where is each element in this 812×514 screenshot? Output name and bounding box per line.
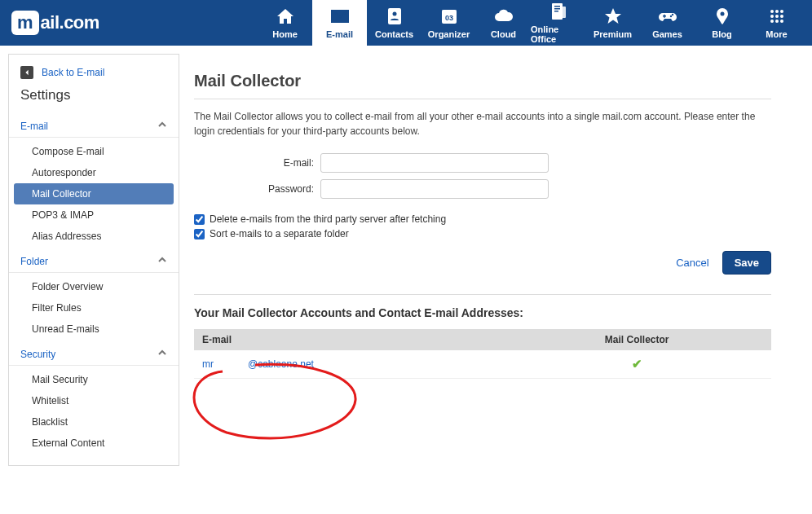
svg-text:03: 03 <box>444 14 452 22</box>
delete-emails-checkbox-row[interactable]: Delete e-mails from the third party serv… <box>194 213 771 225</box>
account-status-check-icon: ✔ <box>510 357 763 371</box>
svg-point-11 <box>669 15 671 17</box>
nav-online-office[interactable]: Online Office <box>531 0 585 46</box>
sidebar-item-mail-security[interactable]: Mail Security <box>9 369 179 390</box>
chevron-up-icon <box>157 255 167 267</box>
nav-home[interactable]: Home <box>258 0 312 46</box>
email-field[interactable] <box>320 153 549 173</box>
sort-emails-checkbox-row[interactable]: Sort e-mails to a separate folder <box>194 228 771 239</box>
sidebar-item-pop3-imap[interactable]: POP3 & IMAP <box>9 204 179 226</box>
nav-label: Home <box>272 29 298 39</box>
nav-label: Cloud <box>491 29 516 39</box>
nav-cloud[interactable]: Cloud <box>476 0 531 46</box>
top-nav: m ail.com HomeE-mailContacts03OrganizerC… <box>0 0 812 46</box>
organizer-icon: 03 <box>439 7 459 26</box>
sidebar-item-unread-e-mails[interactable]: Unread E-mails <box>9 319 179 340</box>
office-icon <box>549 2 568 21</box>
sidebar-item-alias-addresses[interactable]: Alias Addresses <box>9 226 179 247</box>
col-collector: Mail Collector <box>510 334 763 345</box>
back-label: Back to E-mail <box>42 67 104 78</box>
logo-text: ail.com <box>41 12 99 33</box>
email-icon <box>330 7 350 26</box>
page-description: The Mail Collector allows you to collect… <box>194 109 771 138</box>
sidebar-section-security[interactable]: Security <box>9 343 179 366</box>
svg-rect-1 <box>388 8 401 24</box>
sort-emails-label: Sort e-mails to a separate folder <box>210 228 349 239</box>
svg-point-22 <box>770 20 774 23</box>
account-email[interactable]: mr@cableone.net <box>202 358 510 370</box>
delete-emails-checkbox[interactable] <box>194 214 205 225</box>
nav-games[interactable]: Games <box>640 0 695 46</box>
chevron-up-icon <box>157 120 167 132</box>
svg-point-16 <box>770 10 774 13</box>
sort-emails-checkbox[interactable] <box>194 229 205 239</box>
sidebar-item-external-content[interactable]: External Content <box>9 433 179 454</box>
section-label: Folder <box>20 256 48 267</box>
svg-rect-7 <box>554 6 560 7</box>
settings-title: Settings <box>9 87 179 115</box>
col-email: E-mail <box>202 334 510 345</box>
nav-e-mail[interactable]: E-mail <box>312 0 367 46</box>
page-title: Mail Collector <box>194 72 771 90</box>
svg-rect-8 <box>554 8 560 10</box>
svg-rect-14 <box>664 15 665 18</box>
account-row[interactable]: mr@cableone.net✔ <box>194 350 771 379</box>
svg-rect-10 <box>561 7 566 18</box>
nav-label: Organizer <box>428 29 470 39</box>
grid-icon <box>767 7 787 26</box>
sidebar-item-autoresponder[interactable]: Autoresponder <box>9 162 179 183</box>
logo-mark: m <box>11 11 39 35</box>
nav-contacts[interactable]: Contacts <box>367 0 421 46</box>
accounts-table-header: E-mail Mail Collector <box>194 329 771 350</box>
contacts-icon <box>385 7 404 26</box>
nav-more[interactable]: More <box>749 0 804 46</box>
sidebar-item-whitelist[interactable]: Whitelist <box>9 390 179 411</box>
nav-premium[interactable]: Premium <box>585 0 640 46</box>
nav-blog[interactable]: Blog <box>695 0 749 46</box>
save-button[interactable]: Save <box>722 251 771 275</box>
sidebar-item-folder-overview[interactable]: Folder Overview <box>9 276 179 297</box>
blog-icon <box>713 7 732 26</box>
svg-point-23 <box>775 20 779 23</box>
password-label: Password: <box>194 183 320 195</box>
games-icon <box>658 7 677 26</box>
sidebar-section-e-mail[interactable]: E-mail <box>9 115 179 138</box>
svg-point-12 <box>671 14 673 15</box>
svg-point-20 <box>775 15 779 18</box>
divider <box>194 294 771 295</box>
section-label: Security <box>20 349 55 360</box>
email-label: E-mail: <box>194 157 320 169</box>
delete-emails-label: Delete e-mails from the third party serv… <box>210 213 446 225</box>
nav-label: Contacts <box>375 29 413 39</box>
sidebar-item-filter-rules[interactable]: Filter Rules <box>9 297 179 319</box>
sidebar-item-compose-e-mail[interactable]: Compose E-mail <box>9 141 179 162</box>
home-icon <box>276 7 295 26</box>
star-icon <box>603 7 623 26</box>
svg-point-19 <box>770 15 774 18</box>
svg-point-17 <box>775 10 779 13</box>
logo[interactable]: m ail.com <box>11 11 99 35</box>
sidebar: Back to E-mail Settings E-mailCompose E-… <box>8 54 179 466</box>
svg-point-2 <box>392 12 396 16</box>
nav-organizer[interactable]: 03Organizer <box>421 0 476 46</box>
nav-label: Premium <box>594 29 632 39</box>
svg-point-18 <box>780 10 783 13</box>
svg-point-15 <box>720 12 724 16</box>
sidebar-item-mail-collector[interactable]: Mail Collector <box>14 183 174 204</box>
section-label: E-mail <box>20 121 48 132</box>
cancel-button[interactable]: Cancel <box>676 257 708 269</box>
svg-point-21 <box>780 15 783 18</box>
back-icon <box>20 66 33 79</box>
cloud-icon <box>494 7 514 26</box>
nav-label: Online Office <box>531 24 585 44</box>
nav-label: Games <box>652 29 682 39</box>
svg-point-24 <box>780 20 783 23</box>
nav-label: E-mail <box>326 29 353 39</box>
sidebar-item-blacklist[interactable]: Blacklist <box>9 411 179 433</box>
back-to-email-link[interactable]: Back to E-mail <box>9 63 179 87</box>
sidebar-section-folder[interactable]: Folder <box>9 250 179 273</box>
svg-rect-9 <box>554 11 558 12</box>
divider <box>194 99 771 99</box>
main-content: Mail Collector The Mail Collector allows… <box>194 54 804 466</box>
password-field[interactable] <box>320 179 549 199</box>
